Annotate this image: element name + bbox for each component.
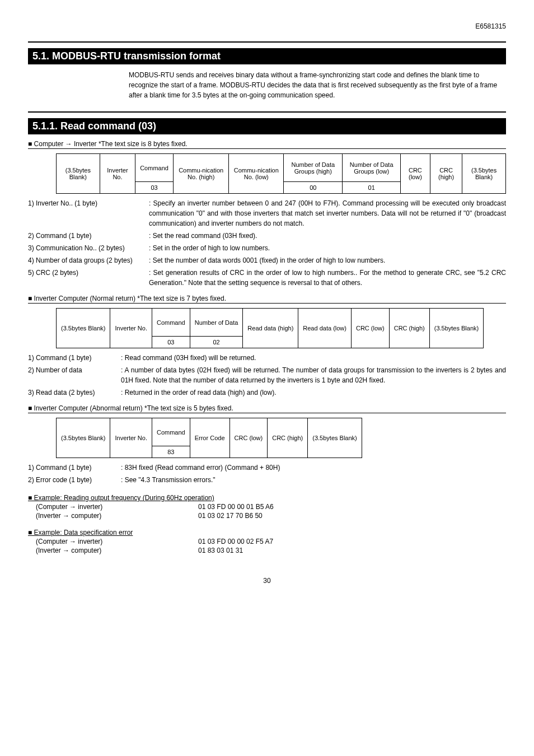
cell: CRC (low) — [351, 309, 389, 348]
section-5.1-title: 5.1. MODBUS-RTU transmission format — [28, 48, 506, 64]
definitions-normal-return: 1) Command (1 byte): Read command (03H f… — [28, 353, 506, 398]
cell: CRC (high) — [430, 154, 462, 194]
def-desc: : Set generation results of CRC in the o… — [149, 268, 506, 288]
cell: (3.5bytes Blank) — [462, 154, 506, 194]
subheader-inverter-abnormal: ■ Inverter Computer (Abnormal return) *T… — [28, 404, 506, 413]
example-hex: 01 03 02 17 70 B6 50 — [198, 512, 506, 520]
cell: Read data (low) — [298, 309, 352, 348]
def-desc: : Returned in the order of read data (hi… — [121, 388, 506, 398]
example-hex: 01 03 FD 00 00 02 F5 A7 — [198, 538, 506, 545]
cell: Inverter No. — [110, 309, 152, 348]
frame-table-normal-return: (3.5bytes Blank) Inverter No. Command Nu… — [56, 308, 484, 348]
section-5.1.1-title: 5.1.1. Read command (03) — [28, 118, 506, 134]
example-dir: (Inverter → computer) — [28, 547, 198, 554]
cell: CRC (high) — [389, 309, 429, 348]
cell: (3.5bytes Blank) — [57, 309, 110, 348]
cell: Commu-nication No. (high) — [173, 154, 229, 194]
cell: Command — [135, 154, 174, 182]
cell: (3.5bytes Blank) — [57, 418, 110, 458]
cell: 02 — [190, 337, 243, 348]
def-label: 3) Communication No.. (2 bytes) — [28, 243, 149, 253]
def-label: 4) Number of data groups (2 bytes) — [28, 255, 149, 265]
rule — [28, 111, 506, 113]
cell: Number of Data — [190, 309, 243, 337]
example-dir: (Computer → inverter) — [28, 503, 198, 511]
cell: 00 — [284, 182, 343, 194]
rule — [28, 41, 506, 43]
cell: Read data (high) — [243, 309, 298, 348]
cell: 83 — [152, 446, 190, 458]
example-dir: (Inverter → computer) — [28, 512, 198, 520]
cell: Inverter No. — [110, 418, 152, 458]
cell: 03 — [152, 337, 190, 348]
subheader-inverter-normal: ■ Inverter Computer (Normal return) *The… — [28, 295, 506, 304]
cell: (3.5bytes Blank) — [429, 309, 483, 348]
example-hex: 01 83 03 01 31 — [198, 547, 506, 554]
def-desc: : See "4.3 Transmission errors." — [121, 475, 506, 485]
def-desc: : Set the number of data words 0001 (fix… — [149, 255, 506, 265]
doc-id: E6581315 — [28, 22, 506, 30]
def-label: 1) Command (1 byte) — [28, 463, 121, 473]
def-desc: : Set in the order of high to low number… — [149, 243, 506, 253]
def-label: 5) CRC (2 bytes) — [28, 268, 149, 288]
def-desc: : 83H fixed (Read command error) (Comman… — [121, 463, 506, 473]
def-label: 3) Read data (2 bytes) — [28, 388, 121, 398]
page-number: 30 — [28, 577, 506, 585]
cell: Command — [152, 418, 190, 446]
frame-table-abnormal-return: (3.5bytes Blank) Inverter No. Command Er… — [56, 418, 362, 458]
cell: Command — [152, 309, 190, 337]
definitions-abnormal-return: 1) Command (1 byte): 83H fixed (Read com… — [28, 463, 506, 485]
example-read-output-frequency: ■ Example: Reading output frequency (Dur… — [28, 494, 506, 520]
cell: Number of Data Groups (high) — [284, 154, 343, 182]
def-desc: : A number of data bytes (02H fixed) wil… — [121, 365, 506, 385]
cell: Error Code — [190, 418, 229, 458]
subheader-computer-to-inverter: ■ Computer → Inverter *The text size is … — [28, 140, 506, 149]
cell: CRC (low) — [400, 154, 430, 194]
definitions-request: 1) Inverter No.. (1 byte): Specify an in… — [28, 198, 506, 288]
def-label: 2) Error code (1 byte) — [28, 475, 121, 485]
cell: 01 — [343, 182, 400, 194]
cell: (3.5bytes Blank) — [57, 154, 100, 194]
cell: (3.5bytes Blank) — [308, 418, 362, 458]
def-label: 1) Inverter No.. (1 byte) — [28, 198, 149, 228]
cell: Inverter No. — [100, 154, 135, 194]
def-desc: : Set the read command (03H fixed). — [149, 231, 506, 241]
example-title: ■ Example: Data specification error — [28, 529, 133, 536]
example-hex: 01 03 FD 00 00 01 B5 A6 — [198, 503, 506, 511]
example-data-spec-error: ■ Example: Data specification error (Com… — [28, 529, 506, 554]
example-dir: (Computer → inverter) — [28, 538, 198, 545]
cell: CRC (high) — [268, 418, 308, 458]
cell: 03 — [135, 182, 174, 194]
cell: Commu-nication No. (low) — [229, 154, 284, 194]
def-desc: : Read command (03H fixed) will be retur… — [121, 353, 506, 363]
example-title: ■ Example: Reading output frequency (Dur… — [28, 494, 214, 502]
def-label: 1) Command (1 byte) — [28, 353, 121, 363]
def-label: 2) Command (1 byte) — [28, 231, 149, 241]
frame-table-request: (3.5bytes Blank) Inverter No. Command Co… — [56, 153, 506, 194]
section-5.1-body: MODBUS-RTU sends and receives binary dat… — [129, 70, 506, 100]
cell: Number of Data Groups (low) — [343, 154, 400, 182]
def-label: 2) Number of data — [28, 365, 121, 385]
cell: CRC (low) — [229, 418, 268, 458]
def-desc: : Specify an inverter number between 0 a… — [149, 198, 506, 228]
